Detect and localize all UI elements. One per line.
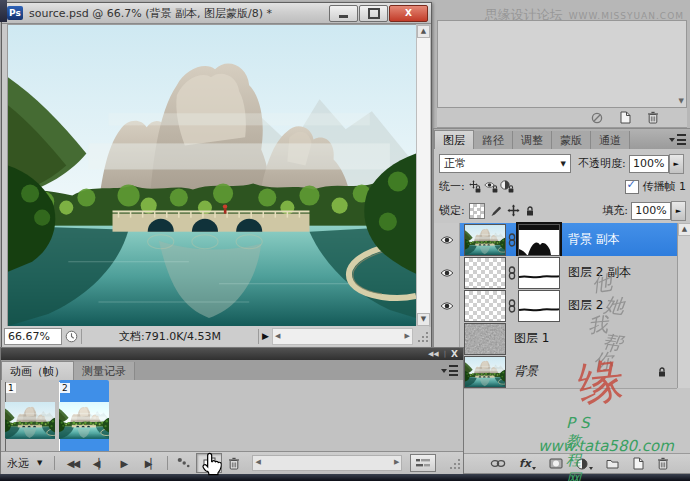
new-group-icon[interactable]	[606, 458, 619, 469]
mask-link-icon[interactable]	[508, 233, 516, 247]
image-canvas[interactable]	[7, 24, 417, 327]
tween-button[interactable]	[172, 454, 196, 472]
panel-resize-grip[interactable]	[448, 457, 461, 470]
first-frame-button[interactable]: ◀◀	[59, 458, 85, 469]
layer-row-layer2-copy[interactable]: 图层 2 副本	[434, 256, 677, 290]
zoom-level-field[interactable]: 66.67%	[4, 328, 62, 345]
adjustment-layer-button[interactable]	[576, 458, 593, 470]
layer-mask-thumbnail[interactable]	[518, 257, 560, 289]
layer-thumbnail[interactable]	[464, 323, 506, 355]
unify-visibility-icon[interactable]	[484, 180, 500, 194]
frames-scrollbar[interactable]: ◀ ▶	[252, 455, 402, 471]
scroll-left-icon[interactable]: ◀	[275, 332, 280, 340]
layer-mask-thumbnail[interactable]	[518, 290, 560, 322]
close-button[interactable]: X	[389, 5, 428, 22]
scroll-right-icon[interactable]: ▶	[405, 332, 410, 340]
frames-strip: 1 0 秒▼ 2 0 秒▼	[1, 380, 463, 451]
previous-frame-button[interactable]: ◀▏	[85, 458, 111, 469]
taskbar-edge	[0, 474, 690, 481]
blend-mode-value: 正常	[444, 156, 466, 171]
lock-all-icon[interactable]	[525, 205, 535, 217]
layer-name: 背景	[514, 363, 538, 380]
tab-measurement-log[interactable]: 测量记录	[74, 362, 135, 380]
upper-panel: ▼	[437, 20, 687, 128]
lock-pixels-brush-icon[interactable]	[490, 205, 502, 217]
unify-position-icon[interactable]	[469, 180, 484, 194]
layer-style-button[interactable]: fx	[519, 457, 536, 470]
panel-drag-bar[interactable]: ◀◀ | X	[1, 348, 463, 360]
delete-layer-icon[interactable]	[657, 457, 669, 470]
layers-toolbar: fx	[434, 453, 690, 473]
layer-row-layer2[interactable]: 图层 2	[434, 289, 677, 323]
fill-spinner-icon[interactable]: ►	[671, 201, 686, 221]
close-panel-icon[interactable]: X	[451, 350, 458, 359]
visibility-toggle[interactable]	[434, 256, 460, 289]
visibility-toggle[interactable]	[434, 223, 460, 256]
lock-transparency-icon[interactable]	[469, 203, 485, 219]
animation-tabbar: 动画（帧） 测量记录	[1, 360, 463, 380]
layer-row-layer1[interactable]: 图层 1	[434, 322, 677, 356]
add-mask-icon[interactable]	[549, 457, 563, 470]
vertical-scrollbar[interactable]: ▲ ▼	[416, 24, 431, 327]
tab-channels[interactable]: 通道	[591, 131, 630, 149]
document-titlebar[interactable]: Ps source.psd @ 66.7% (背景 副本, 图层蒙版/8) * …	[2, 3, 431, 24]
layer-mask-thumbnail[interactable]	[518, 224, 560, 256]
layer-row-bg-copy[interactable]: 背景 副本	[434, 223, 677, 257]
layer-thumbnail[interactable]	[464, 290, 506, 322]
layer-name: 图层 1	[514, 330, 549, 347]
layer-name: 背景 副本	[568, 231, 620, 248]
layer-thumbnail[interactable]	[464, 356, 506, 388]
propagate-checkbox[interactable]: ✓	[625, 180, 639, 194]
scroll-up-icon[interactable]: ▲	[417, 25, 430, 38]
scroll-left-icon[interactable]: ◀	[255, 458, 260, 466]
tab-adjustments[interactable]: 调整	[513, 131, 552, 149]
unify-style-icon[interactable]	[500, 180, 516, 194]
link-layers-icon[interactable]	[490, 459, 506, 468]
tab-animation-frames[interactable]: 动画（帧）	[1, 361, 74, 380]
mask-link-icon[interactable]	[508, 299, 516, 313]
horizontal-scrollbar[interactable]: ◀ ▶	[272, 328, 413, 345]
document-title: source.psd @ 66.7% (背景 副本, 图层蒙版/8) *	[29, 6, 272, 21]
new-item-icon[interactable]	[619, 111, 631, 124]
blend-mode-select[interactable]: 正常 ▼	[439, 154, 571, 173]
loop-count-select[interactable]: 永远 ▼	[1, 456, 50, 471]
visibility-toggle[interactable]	[434, 289, 460, 322]
window-resize-grip[interactable]	[416, 330, 429, 343]
scroll-down-icon[interactable]: ▼	[417, 313, 430, 326]
minimize-button[interactable]	[329, 5, 358, 22]
layers-scrollbar[interactable]: ▲	[677, 223, 690, 388]
opacity-spinner-icon[interactable]: ►	[669, 154, 684, 174]
scroll-down-icon[interactable]: ▼	[679, 97, 684, 105]
maximize-button[interactable]	[359, 5, 388, 22]
lock-position-icon[interactable]	[507, 204, 520, 217]
next-frame-button[interactable]: ▶▏	[137, 458, 163, 469]
layer-thumbnail[interactable]	[464, 257, 506, 289]
convert-to-timeline-button[interactable]	[410, 454, 436, 472]
tab-paths[interactable]: 路径	[474, 131, 513, 149]
lock-label: 锁定:	[439, 203, 465, 218]
prohibit-icon[interactable]	[591, 112, 603, 124]
new-layer-icon[interactable]	[632, 457, 644, 470]
upper-panel-toolbar	[437, 108, 687, 128]
mask-link-icon[interactable]	[508, 266, 516, 280]
trash-icon[interactable]	[647, 111, 659, 124]
fill-value[interactable]: 100%	[631, 202, 671, 220]
panel-menu-icon[interactable]	[441, 365, 458, 376]
layer-row-background[interactable]: 背景	[434, 355, 677, 389]
layer-thumbnail[interactable]	[464, 224, 506, 256]
opacity-value[interactable]: 100%	[629, 155, 669, 173]
frame-thumbnail[interactable]: 1	[5, 382, 55, 459]
scroll-up-icon[interactable]: ▲	[678, 223, 690, 236]
status-flyout-icon[interactable]: ▶	[262, 331, 269, 341]
panel-menu-icon[interactable]	[669, 134, 686, 145]
play-button[interactable]: ▶	[111, 458, 137, 469]
eye-icon	[440, 235, 454, 245]
blend-opacity-row: 正常 ▼ 不透明度: 100% ►	[434, 153, 690, 174]
collapse-panel-icon[interactable]: ◀◀	[428, 351, 439, 358]
tab-layers[interactable]: 图层	[434, 130, 474, 149]
delete-frame-icon[interactable]	[222, 454, 246, 472]
frame-thumbnail[interactable]: 2	[59, 382, 109, 459]
frame-number: 1	[6, 383, 16, 393]
scroll-right-icon[interactable]: ▶	[394, 458, 399, 466]
tab-masks[interactable]: 蒙版	[552, 131, 591, 149]
